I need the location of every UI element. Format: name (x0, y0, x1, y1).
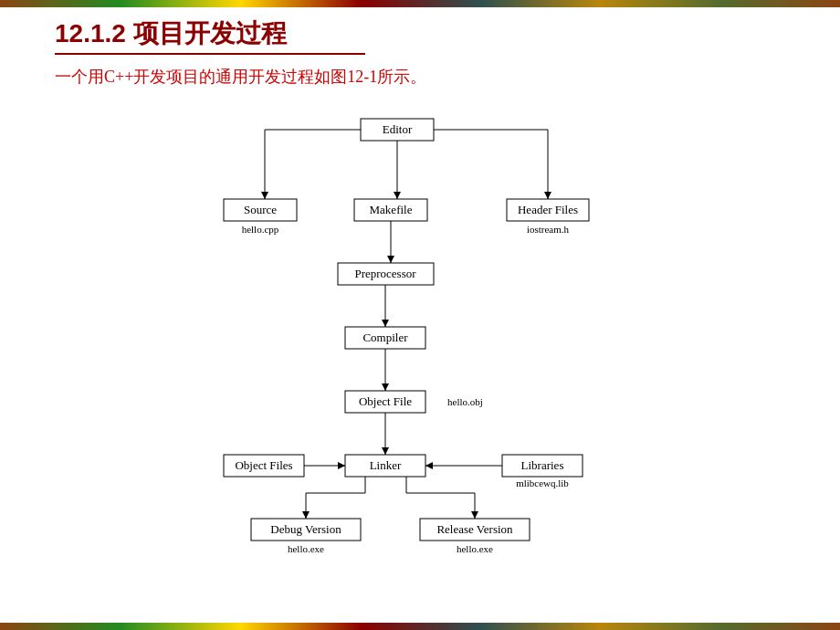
iostream-h-label: iostream.h (527, 224, 570, 235)
svg-marker-22 (382, 447, 389, 455)
page-title: 12.1.2 项目开发过程 (55, 16, 287, 51)
debug-version-label: Debug Version (270, 522, 341, 536)
editor-label: Editor (383, 122, 413, 136)
object-file-label: Object File (359, 394, 412, 408)
bottom-decorative-bar (0, 623, 840, 630)
svg-marker-16 (382, 320, 389, 327)
hello-obj-label: hello.obj (447, 396, 483, 407)
top-decorative-bar (0, 0, 840, 7)
source-label: Source (244, 203, 277, 216)
svg-marker-19 (382, 383, 389, 391)
compiler-label: Compiler (362, 331, 408, 344)
page-container: 12.1.2 项目开发过程 一个用C++开发项目的通用开发过程如图12-1所示。… (0, 0, 840, 630)
object-files-label: Object Files (235, 458, 292, 472)
svg-marker-25 (338, 462, 345, 469)
makefile-label: Makefile (370, 203, 413, 216)
title-underline (55, 53, 365, 55)
svg-marker-13 (387, 256, 394, 263)
hello-exe-release-label: hello.exe (457, 543, 493, 554)
svg-marker-33 (302, 511, 310, 519)
subtitle-text: 一个用C++开发项目的通用开发过程如图12-1所示。 (55, 66, 426, 88)
release-version-label: Release Version (436, 522, 513, 536)
flowchart-diagram: Editor Source hello.cpp Makefile Header … (55, 100, 785, 612)
header-files-label: Header Files (518, 203, 578, 216)
libraries-label: Libraries (521, 458, 564, 472)
svg-marker-37 (471, 511, 478, 519)
hello-cpp-label: hello.cpp (242, 224, 279, 235)
mlibcewq-label: mlibcewq.lib (516, 478, 569, 488)
svg-marker-3 (261, 192, 268, 199)
linker-label: Linker (370, 458, 402, 472)
svg-marker-5 (394, 192, 401, 199)
hello-exe-debug-label: hello.exe (288, 543, 324, 554)
preprocessor-label: Preprocessor (354, 267, 416, 280)
svg-marker-29 (425, 462, 433, 469)
svg-marker-8 (544, 192, 551, 199)
